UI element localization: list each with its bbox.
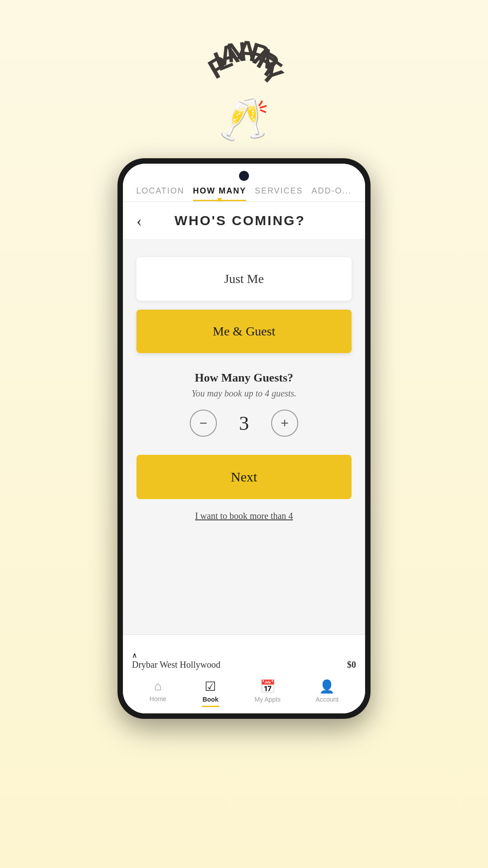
book-icon: ☑ <box>205 679 216 694</box>
bottom-info-wrapper: ∧ Drybar West Hollywood $0 <box>132 642 356 675</box>
price-label: $0 <box>347 660 356 670</box>
step-tabs: LOCATION HOW MANY SERVICES ADD-O... <box>123 181 365 202</box>
decrement-button[interactable]: − <box>190 410 217 437</box>
tab-add-ons[interactable]: ADD-O... <box>312 186 352 201</box>
phone-device: LOCATION HOW MANY SERVICES ADD-O... ‹ WH… <box>117 158 371 719</box>
back-button[interactable]: ‹ <box>136 211 142 230</box>
tab-location[interactable]: LOCATION <box>136 186 184 201</box>
screen-title: WHO'S COMING? <box>142 213 352 228</box>
nav-item-account[interactable]: 👤 Account <box>316 679 339 707</box>
increment-button[interactable]: + <box>271 410 298 437</box>
nav-item-my-appts[interactable]: 📅 My Appts <box>254 679 281 707</box>
next-button[interactable]: Next <box>136 455 352 499</box>
guest-title: How Many Guests? <box>195 371 293 385</box>
camera-dot <box>239 171 249 181</box>
tab-services[interactable]: SERVICES <box>255 186 303 201</box>
guest-section: How Many Guests? You may book up to 4 gu… <box>123 362 365 446</box>
account-icon: 👤 <box>319 679 335 694</box>
next-button-area: Next <box>123 446 365 504</box>
nav-label-my-appts: My Appts <box>254 696 281 703</box>
my-appts-icon: 📅 <box>260 679 276 694</box>
phone-screen: LOCATION HOW MANY SERVICES ADD-O... ‹ WH… <box>123 164 365 713</box>
chevron-up-icon[interactable]: ∧ <box>132 651 137 659</box>
app-title: P L A N A P A R T Y <box>131 36 357 95</box>
screen-content: ‹ WHO'S COMING? Just Me Me & Guest How M… <box>123 202 365 713</box>
nav-item-home[interactable]: ⌂ Home <box>150 679 166 707</box>
bottom-nav: ⌂ Home ☑ Book 📅 My Appts 👤 Account <box>132 675 356 709</box>
book-active-indicator <box>202 706 220 707</box>
just-me-button[interactable]: Just Me <box>136 257 352 301</box>
champagne-icon: 🥂 <box>219 99 269 140</box>
nav-item-book[interactable]: ☑ Book <box>202 679 220 707</box>
options-area: Just Me Me & Guest <box>123 239 365 362</box>
camera-notch <box>123 164 365 181</box>
book-more-link[interactable]: I want to book more than 4 <box>123 504 365 528</box>
location-label: Drybar West Hollywood <box>132 660 221 670</box>
tab-how-many[interactable]: HOW MANY <box>193 186 246 201</box>
guest-subtitle: You may book up to 4 guests. <box>192 388 296 399</box>
nav-label-account: Account <box>316 696 339 703</box>
bottom-info-row: Drybar West Hollywood $0 <box>132 660 356 675</box>
counter-row: − 3 + <box>190 410 298 437</box>
guest-count: 3 <box>235 412 253 435</box>
screen-header: ‹ WHO'S COMING? <box>123 202 365 239</box>
me-and-guest-button[interactable]: Me & Guest <box>136 310 352 353</box>
phone-bottom-bar: ∧ Drybar West Hollywood $0 ⌂ Home ☑ Book <box>123 634 365 713</box>
top-section: P L A N A P A R T Y 🥂 <box>131 0 357 140</box>
nav-label-book: Book <box>202 696 218 703</box>
nav-label-home: Home <box>150 695 166 703</box>
home-icon: ⌂ <box>154 679 162 693</box>
